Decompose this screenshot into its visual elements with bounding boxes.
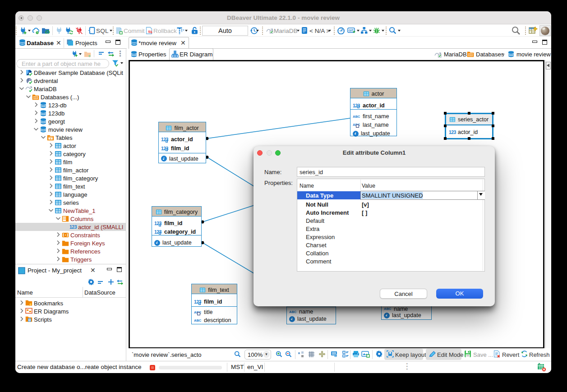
- svg-text:GIT: GIT: [349, 29, 354, 32]
